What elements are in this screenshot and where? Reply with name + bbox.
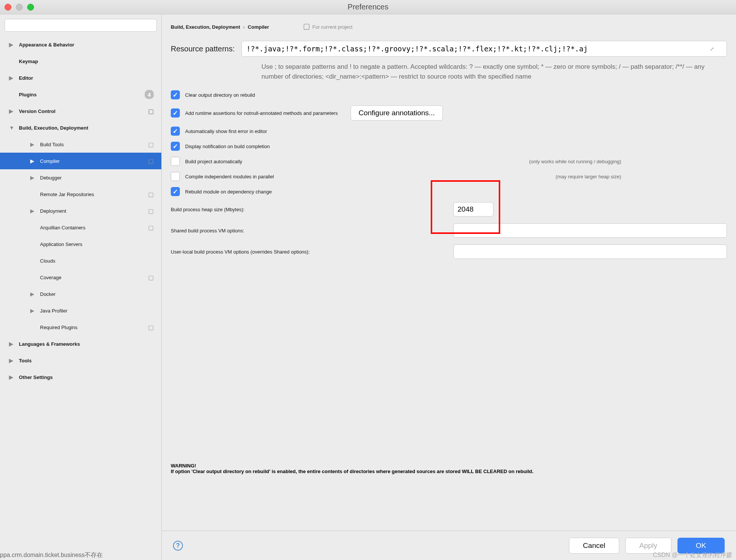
chevron-icon: ▶ [9,357,17,364]
sidebar-item-plugins[interactable]: ▶Plugins4 [0,86,161,103]
project-scope-icon: ▢ [148,191,154,198]
chevron-icon: ▶ [9,75,17,81]
cb-clear-output[interactable] [171,90,180,99]
cb-auto-error[interactable] [171,127,180,136]
titlebar: Preferences [0,0,736,14]
sidebar-item-version-control[interactable]: ▶Version Control▢ [0,103,161,119]
sidebar-item-label: Java Profiler [40,308,67,314]
sidebar-item-tools[interactable]: ▶Tools [0,352,161,369]
maximize-icon[interactable] [27,4,34,11]
resource-patterns-input[interactable] [241,41,727,57]
heap-label: Build process heap size (Mbytes): [171,207,447,212]
minimize-icon[interactable] [16,4,23,11]
sidebar-item-arquillian-containers[interactable]: ▶Arquillian Containers▢ [0,219,161,236]
sidebar-item-label: Required Plugins [40,325,77,330]
configure-annotations-button[interactable]: Configure annotations... [351,105,443,121]
search-input[interactable] [5,19,157,32]
sidebar-item-required-plugins[interactable]: ▶Required Plugins▢ [0,319,161,336]
chevron-icon: ▶ [30,208,38,214]
scope-label: ▢ For current project [303,22,353,31]
chevron-icon: ▶ [9,42,17,48]
shared-vm-input[interactable] [453,223,727,238]
chevron-icon: ▶ [9,374,17,380]
cb-parallel[interactable] [171,172,180,181]
chevron-icon: ▶ [30,175,38,181]
project-scope-icon: ▢ [148,158,154,165]
project-scope-icon: ▢ [148,224,154,231]
user-vm-label: User-local build process VM options (ove… [171,249,447,255]
status-text: ppa.crm.domain.ticket.business不存在 [0,551,103,559]
sidebar-item-editor[interactable]: ▶Editor [0,70,161,86]
sidebar-item-build-execution-deployment[interactable]: ▼Build, Execution, Deployment [0,119,161,136]
close-icon[interactable] [5,4,11,11]
cancel-button[interactable]: Cancel [569,538,619,554]
chevron-icon: ▶ [30,158,38,164]
settings-tree: ▶Appearance & Behavior▶Keymap▶Editor▶Plu… [0,36,161,560]
sidebar-item-label: Version Control [19,108,56,114]
sidebar-item-label: Keymap [19,59,38,64]
cb-notify[interactable] [171,142,180,151]
project-scope-icon: ▢ [148,274,154,281]
sidebar-item-label: Other Settings [19,374,53,380]
sidebar-item-label: Debugger [40,175,62,181]
user-vm-input[interactable] [453,244,727,259]
breadcrumb: Build, Execution, Deployment›Compiler [171,21,269,31]
sidebar-item-other-settings[interactable]: ▶Other Settings [0,369,161,385]
badge: 4 [145,90,154,99]
sidebar-item-clouds[interactable]: ▶Clouds [0,252,161,269]
cb-build-auto[interactable] [171,157,180,166]
chevron-icon: ▼ [9,125,17,131]
chevron-icon: ▶ [30,141,38,147]
chevron-icon: ▶ [9,108,17,114]
sidebar-item-label: Application Servers [40,241,82,247]
project-scope-icon: ▢ [148,207,154,215]
project-scope-icon: ▢ [148,141,154,148]
sidebar-item-label: Deployment [40,208,66,214]
sidebar-item-compiler[interactable]: ▶Compiler▢ [0,153,161,169]
warning-text: WARNING! If option 'Clear output directo… [171,463,727,474]
sidebar-item-label: Arquillian Containers [40,225,85,230]
sidebar-item-label: Clouds [40,258,55,264]
cb-rebuild[interactable] [171,187,180,196]
pattern-help-text: Use ; to separate patterns and ! to nega… [261,62,727,81]
project-scope-icon: ▢ [148,324,154,331]
sidebar-item-label: Languages & Frameworks [19,341,80,347]
chevron-icon: ▶ [30,291,38,297]
sidebar-item-label: Plugins [19,92,37,97]
heap-size-input[interactable] [453,202,493,217]
sidebar-item-build-tools[interactable]: ▶Build Tools▢ [0,136,161,153]
chevron-icon: ▶ [30,308,38,314]
sidebar-item-label: Build, Execution, Deployment [19,125,88,131]
sidebar-item-label: Compiler [40,158,60,164]
sidebar-item-remote-jar-repositories[interactable]: ▶Remote Jar Repositories▢ [0,186,161,203]
help-icon[interactable]: ? [173,541,183,551]
sidebar-item-languages-frameworks[interactable]: ▶Languages & Frameworks [0,336,161,352]
sidebar-item-keymap[interactable]: ▶Keymap [0,53,161,70]
sidebar-item-label: Editor [19,75,33,81]
sidebar-item-docker[interactable]: ▶Docker [0,286,161,302]
window-title: Preferences [348,3,388,11]
sidebar-item-label: Docker [40,291,56,297]
sidebar-item-coverage[interactable]: ▶Coverage▢ [0,269,161,286]
sidebar-item-label: Appearance & Behavior [19,42,74,48]
resource-patterns-label: Resource patterns: [171,45,235,53]
project-scope-icon: ▢ [148,108,154,115]
watermark: CSDN @一个处女座的程序媛 [653,551,732,559]
shared-vm-label: Shared build process VM options: [171,228,447,234]
sidebar: ⌕ ▶Appearance & Behavior▶Keymap▶Editor▶P… [0,14,162,560]
expand-icon[interactable]: ⤢ [710,46,714,52]
chevron-icon: ▶ [9,341,17,347]
sidebar-item-deployment[interactable]: ▶Deployment▢ [0,203,161,219]
sidebar-item-label: Build Tools [40,142,64,147]
cb-runtime-assert[interactable] [171,108,180,118]
sidebar-item-label: Remote Jar Repositories [40,192,94,197]
sidebar-item-label: Tools [19,358,32,364]
sidebar-item-debugger[interactable]: ▶Debugger [0,169,161,186]
footer: ? Cancel Apply OK [162,531,736,560]
sidebar-item-java-profiler[interactable]: ▶Java Profiler [0,302,161,319]
sidebar-item-application-servers[interactable]: ▶Application Servers [0,236,161,252]
sidebar-item-label: Coverage [40,275,61,280]
sidebar-item-appearance-behavior[interactable]: ▶Appearance & Behavior [0,36,161,53]
